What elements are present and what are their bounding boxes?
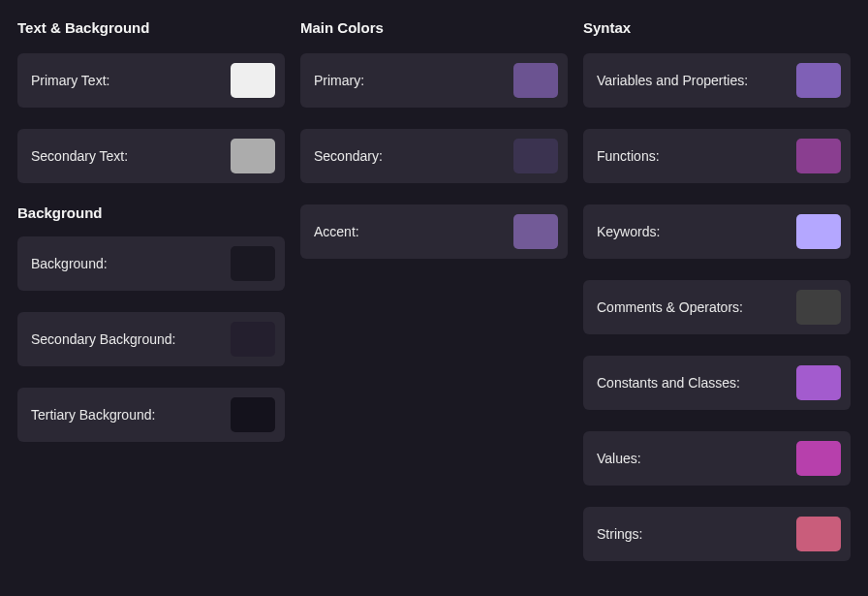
row-primary: Primary:	[300, 53, 568, 108]
swatch-background[interactable]	[231, 246, 275, 281]
label-variables-properties: Variables and Properties:	[597, 73, 748, 88]
swatch-primary[interactable]	[513, 63, 558, 98]
label-values: Values:	[597, 451, 641, 466]
row-functions: Functions:	[583, 129, 851, 183]
row-values: Values:	[583, 431, 851, 486]
label-functions: Functions:	[597, 148, 660, 164]
swatch-secondary-background[interactable]	[231, 322, 275, 357]
row-secondary: Secondary:	[300, 129, 568, 183]
label-comments-operators: Comments & Operators:	[597, 299, 743, 315]
label-primary-text: Primary Text:	[31, 73, 109, 88]
label-secondary-background: Secondary Background:	[31, 331, 175, 347]
row-keywords: Keywords:	[583, 204, 851, 259]
swatch-tertiary-background[interactable]	[231, 397, 275, 432]
swatch-values[interactable]	[796, 441, 841, 476]
swatch-secondary-text[interactable]	[231, 139, 275, 173]
label-primary: Primary:	[314, 73, 364, 88]
section-title-text-background: Text & Background	[17, 19, 285, 36]
swatch-comments-operators[interactable]	[796, 290, 841, 325]
column-text-background: Text & Background Primary Text: Secondar…	[17, 19, 285, 582]
row-accent: Accent:	[300, 204, 568, 259]
swatch-keywords[interactable]	[796, 214, 841, 249]
swatch-strings[interactable]	[796, 517, 841, 551]
row-constants-classes: Constants and Classes:	[583, 356, 851, 410]
row-tertiary-background: Tertiary Background:	[17, 388, 285, 442]
label-secondary: Secondary:	[314, 148, 383, 164]
section-title-syntax: Syntax	[583, 19, 851, 36]
label-keywords: Keywords:	[597, 224, 660, 239]
label-tertiary-background: Tertiary Background:	[31, 407, 155, 423]
label-secondary-text: Secondary Text:	[31, 148, 128, 164]
row-secondary-background: Secondary Background:	[17, 312, 285, 366]
swatch-primary-text[interactable]	[231, 63, 275, 98]
swatch-constants-classes[interactable]	[796, 365, 841, 400]
swatch-variables-properties[interactable]	[796, 63, 841, 98]
row-strings: Strings:	[583, 507, 851, 561]
label-constants-classes: Constants and Classes:	[597, 375, 740, 391]
row-background: Background:	[17, 236, 285, 291]
label-accent: Accent:	[314, 224, 359, 239]
section-title-main-colors: Main Colors	[300, 19, 568, 36]
label-background: Background:	[31, 256, 108, 271]
swatch-functions[interactable]	[796, 139, 841, 173]
column-main-colors: Main Colors Primary: Secondary: Accent:	[300, 19, 568, 582]
row-secondary-text: Secondary Text:	[17, 129, 285, 183]
section-title-background: Background	[17, 204, 285, 221]
row-variables-properties: Variables and Properties:	[583, 53, 851, 108]
swatch-secondary[interactable]	[513, 139, 558, 173]
swatch-accent[interactable]	[513, 214, 558, 249]
row-comments-operators: Comments & Operators:	[583, 280, 851, 334]
row-primary-text: Primary Text:	[17, 53, 285, 108]
label-strings: Strings:	[597, 526, 642, 542]
column-syntax: Syntax Variables and Properties: Functio…	[583, 19, 851, 582]
